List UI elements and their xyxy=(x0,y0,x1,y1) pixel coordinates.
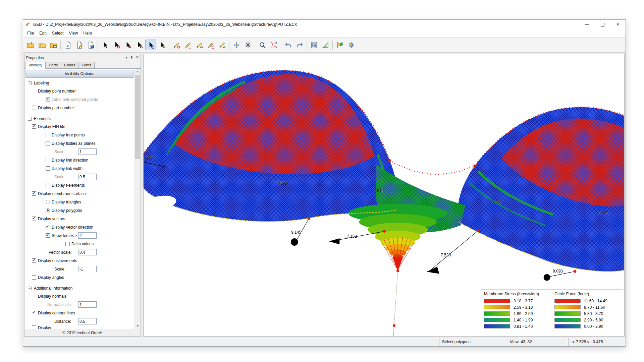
select-triangle-icon[interactable] xyxy=(134,40,145,50)
measurement-label: 7.916 xyxy=(374,188,384,193)
collapse-icon[interactable]: − xyxy=(28,81,32,85)
svg-text:#: # xyxy=(31,41,32,45)
tab-colors[interactable]: Colors xyxy=(61,62,78,68)
checkbox-display-link-direction[interactable] xyxy=(46,158,50,162)
window-controls: — ✕ xyxy=(579,20,626,29)
checkbox-show-forces[interactable] xyxy=(46,233,50,238)
tab-parts[interactable]: Parts xyxy=(45,62,61,68)
legend-title: Cable Force (force) xyxy=(554,292,620,296)
input-vector-scale[interactable] xyxy=(78,249,97,255)
checkbox-display-fixities-as-planes[interactable] xyxy=(46,141,50,145)
draw-triangle-icon[interactable] xyxy=(194,40,205,50)
menu-edit[interactable]: Edit xyxy=(37,30,49,37)
input-scale[interactable] xyxy=(78,174,97,180)
checkbox-display-point-number[interactable] xyxy=(32,89,36,93)
calculator-icon[interactable] xyxy=(309,40,319,50)
status-bar: Select polygons View: 43, 82 u: 7.529 v:… xyxy=(23,338,626,346)
select-edit-icon[interactable] xyxy=(157,40,167,50)
option-label: Display triangles xyxy=(52,200,81,204)
collapse-icon[interactable]: − xyxy=(28,287,32,290)
menu-file[interactable]: File xyxy=(24,30,37,37)
open-hash-icon[interactable]: # xyxy=(25,40,36,50)
maximize-button[interactable] xyxy=(595,20,610,29)
zoom-icon[interactable] xyxy=(257,40,268,50)
doc-edit-icon[interactable] xyxy=(74,40,85,50)
select-node-icon[interactable] xyxy=(122,40,133,50)
transform-icon[interactable] xyxy=(231,40,242,50)
row-distance: Distance: xyxy=(24,317,135,325)
checkbox-display[interactable] xyxy=(32,325,36,329)
row-label-only-selected-points: Label only selected points xyxy=(24,95,135,104)
checkbox-display-vector-direction[interactable] xyxy=(46,225,50,229)
redo-icon[interactable] xyxy=(294,40,305,50)
explode-icon[interactable] xyxy=(243,40,253,50)
measurement-label: 9.489 xyxy=(598,210,608,215)
scrollbar-thumb[interactable] xyxy=(135,75,140,159)
checkbox-display-enslavements[interactable] xyxy=(32,258,36,263)
maximize-icon xyxy=(601,23,604,26)
input-normal-scale[interactable] xyxy=(78,301,97,308)
minimize-button[interactable]: — xyxy=(579,20,595,29)
menu-help[interactable]: Help xyxy=(80,30,95,37)
open-window-icon[interactable] xyxy=(48,40,59,50)
option-label: Display free points xyxy=(52,133,85,137)
panel-scrollbar[interactable]: ▲ ▼ xyxy=(135,69,141,329)
panel-close-icon[interactable]: ✕ xyxy=(136,55,139,60)
input-show-forces[interactable] xyxy=(78,232,97,239)
option-label: Display fixities as planes xyxy=(52,141,96,146)
draw-edit-icon[interactable] xyxy=(217,40,227,50)
zoom-window-icon[interactable] xyxy=(268,40,279,50)
radio-display-polygons[interactable] xyxy=(46,208,50,213)
checkbox-display-angles[interactable] xyxy=(32,275,36,280)
title-bar[interactable]: GED - D:\2_Projekte\Easy\2020\03_26_Webs… xyxy=(23,20,626,29)
measurement-label: 7.538 xyxy=(441,253,451,257)
menu-view[interactable]: View xyxy=(66,30,80,37)
checkbox-display-link-width[interactable] xyxy=(46,166,50,171)
checkbox-display-vectors[interactable] xyxy=(32,217,36,221)
select-polygon-icon[interactable] xyxy=(145,40,156,50)
input-scale[interactable] xyxy=(78,266,97,272)
checkbox-display-membrane-surface[interactable] xyxy=(32,191,36,196)
select-arrow-icon[interactable] xyxy=(100,40,110,50)
tab-visibility[interactable]: Visibility xyxy=(25,62,46,69)
menu-select[interactable]: Select xyxy=(49,30,66,37)
close-button[interactable]: ✕ xyxy=(610,20,626,29)
toolbar-separator xyxy=(169,41,169,50)
scroll-down-icon[interactable]: ▼ xyxy=(135,323,141,329)
input-scale[interactable] xyxy=(78,148,97,155)
checkbox-label-only-selected-points[interactable] xyxy=(46,97,50,102)
checkbox-display-contour-lines[interactable] xyxy=(32,311,36,315)
checkbox-display-part-number[interactable] xyxy=(32,106,36,110)
select-point-icon[interactable] xyxy=(111,40,122,50)
doc-hash-icon[interactable]: # xyxy=(62,40,73,50)
checkbox-display-t-elements[interactable] xyxy=(46,183,50,187)
scroll-up-icon[interactable]: ▲ xyxy=(135,69,141,74)
tab-fonts[interactable]: Fonts xyxy=(78,62,95,68)
checkbox-delta-values[interactable] xyxy=(65,242,70,246)
open-folder-icon[interactable] xyxy=(37,40,47,50)
row-display-contour-lines: Display contour lines xyxy=(24,309,135,317)
undo-icon[interactable] xyxy=(283,40,293,50)
checkbox-display-normals[interactable] xyxy=(32,294,36,298)
input-distance[interactable] xyxy=(78,318,97,324)
row-scale: Scale: xyxy=(24,147,135,156)
checkbox-display-free-points[interactable] xyxy=(46,133,50,137)
radio-display-triangles[interactable] xyxy=(46,200,50,204)
legend-row: 11.60 - 14.49 xyxy=(554,298,620,304)
pin-icon[interactable] xyxy=(130,56,133,60)
doc-save-icon[interactable] xyxy=(85,40,96,50)
checkbox-display-ein-file[interactable] xyxy=(32,124,36,129)
legend-range: 0.81 - 1.40 xyxy=(514,324,533,329)
panel-menu-icon[interactable]: ▾ xyxy=(125,55,127,60)
measure-icon[interactable] xyxy=(320,40,331,50)
draw-square-icon[interactable] xyxy=(205,40,216,50)
flag-icon[interactable] xyxy=(334,40,345,50)
legend-color-bar xyxy=(554,305,581,309)
draw-point-icon[interactable] xyxy=(171,40,182,50)
viewport[interactable]: 12.0447.5937.9169.3469.4899.1457.1627.53… xyxy=(143,54,625,337)
collapse-icon[interactable]: − xyxy=(28,117,32,121)
settings-icon[interactable] xyxy=(346,40,357,50)
toolbar-separator xyxy=(307,41,307,50)
draw-line-icon[interactable] xyxy=(182,40,193,50)
row-scale: Scale: xyxy=(24,265,135,273)
